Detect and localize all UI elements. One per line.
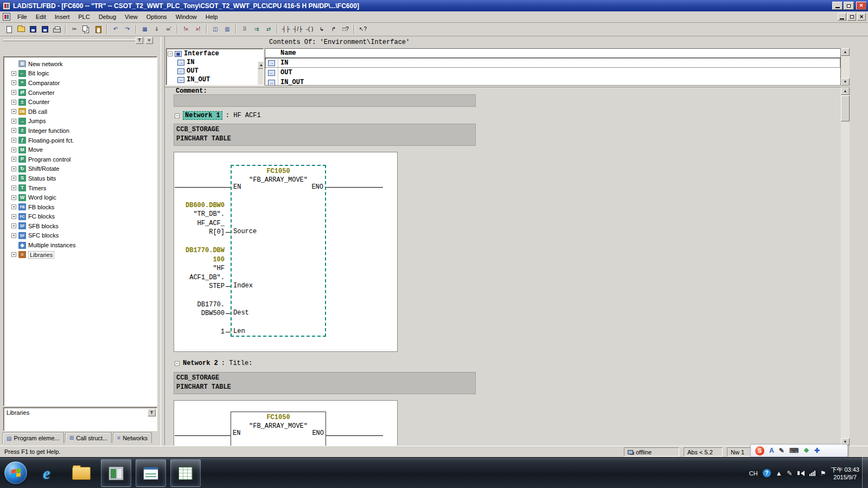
- contact-no-button[interactable]: ┤├: [280, 24, 292, 35]
- expand-icon[interactable]: +: [11, 252, 16, 257]
- contents-row-out[interactable]: ←OUT: [265, 68, 840, 78]
- contents-row-in-out[interactable]: ↔IN_OUT: [265, 78, 840, 86]
- menu-item-help[interactable]: Help: [201, 12, 222, 22]
- palette-item-shift-rotate[interactable]: +↻Shift/Rotate: [6, 164, 157, 174]
- rung2-canvas[interactable]: FC1050 "FB_ARRAY_MOVE" EN ENO: [174, 400, 398, 446]
- address-grid-button[interactable]: ⠿: [239, 24, 251, 35]
- palette-item-libraries[interactable]: +≡Libraries: [6, 250, 157, 260]
- interface-child-in[interactable]: →IN: [168, 58, 262, 67]
- tab-call-struct[interactable]: ⊞Call struct...: [65, 432, 112, 443]
- block-comment-box[interactable]: [174, 94, 476, 107]
- taskbar-table-window-button[interactable]: [170, 459, 201, 487]
- contents-scrollbar[interactable]: ▲ ▼: [841, 48, 850, 86]
- palette-item-word-logic[interactable]: +WWord logic: [6, 192, 157, 202]
- interface-child-out[interactable]: ←OUT: [168, 67, 262, 75]
- undo-button[interactable]: ↶: [110, 24, 122, 35]
- handwriting-icon[interactable]: ✎: [779, 447, 784, 454]
- collapse-network1-icon[interactable]: [175, 113, 180, 118]
- palette-item-multiple-instances[interactable]: ◆Multiple instances: [6, 240, 157, 250]
- network-branch-button[interactable]: ⇄: [263, 24, 275, 35]
- contact-nc-button[interactable]: ┤/├: [292, 24, 304, 35]
- scroll-up-icon[interactable]: ▲: [841, 87, 850, 95]
- minimize-button[interactable]: [832, 2, 843, 10]
- expand-icon[interactable]: +: [11, 80, 16, 85]
- palette-item-bit-logic[interactable]: +⌐Bit logic: [6, 69, 157, 79]
- menu-item-insert[interactable]: Insert: [50, 12, 74, 22]
- expand-icon[interactable]: +: [11, 214, 16, 219]
- expand-icon[interactable]: +: [11, 185, 16, 190]
- taskbar-clock[interactable]: 下午 03:43 2015/9/7: [831, 466, 859, 481]
- interface-root-row[interactable]: ▣ Interface: [168, 49, 262, 58]
- palette-item-status-bits[interactable]: +SStatus bits: [6, 174, 157, 183]
- sogou-input-bar[interactable]: SA✎⌨❖✚: [750, 444, 848, 457]
- menu-item-options[interactable]: Options: [142, 12, 171, 22]
- network2-title[interactable]: Network 2: [183, 359, 218, 367]
- expand-icon[interactable]: +: [11, 109, 16, 114]
- menu-item-file[interactable]: File: [13, 12, 31, 22]
- sogou-logo-icon[interactable]: S: [755, 446, 764, 455]
- expand-icon[interactable]: +: [11, 128, 16, 133]
- expand-icon[interactable]: +: [11, 147, 16, 152]
- open-button[interactable]: [15, 24, 27, 35]
- scroll-up-icon[interactable]: ▲: [258, 61, 264, 69]
- name-column-header[interactable]: Name: [265, 49, 840, 58]
- expand-icon[interactable]: +: [11, 204, 16, 209]
- rung1-canvas[interactable]: FC1050 "FB_ARRAY_MOVE" EN ENO SourceDB60…: [174, 152, 398, 352]
- ime-help-icon[interactable]: ?: [763, 469, 771, 477]
- expand-icon[interactable]: +: [11, 166, 16, 171]
- input-mode-icon[interactable]: A: [769, 447, 774, 454]
- restore-button[interactable]: [844, 2, 854, 10]
- ime-pen-icon[interactable]: ✎: [787, 470, 793, 477]
- redo-button[interactable]: ↷: [122, 24, 133, 35]
- expand-icon[interactable]: +: [11, 90, 16, 95]
- menu-item-plc[interactable]: PLC: [74, 12, 94, 22]
- paste-button[interactable]: [92, 24, 104, 35]
- network2-comment-box[interactable]: CCB_STORAGE PINCHART TABLE: [174, 372, 476, 394]
- palette-item-floating-point-fct[interactable]: +ƒFloating-point fct.: [6, 136, 157, 145]
- monitor-button[interactable]: ∞′: [163, 24, 175, 35]
- vertical-splitter[interactable]: [161, 36, 165, 446]
- taskbar-simatic-manager-button[interactable]: [101, 459, 131, 487]
- save-as-button[interactable]: [27, 24, 39, 35]
- palette-item-integer-function[interactable]: +±Integer function: [6, 126, 157, 136]
- close-branch-button[interactable]: ↱: [328, 24, 340, 35]
- network1-comment-box[interactable]: CCB_STORAGE PINCHART TABLE: [174, 124, 476, 146]
- editor-scrollbar[interactable]: ▲ ▼: [841, 87, 850, 446]
- expand-icon[interactable]: +: [11, 119, 16, 124]
- palette-item-program-control[interactable]: +PProgram control: [6, 155, 157, 164]
- palette-item-counter[interactable]: +±Counter: [6, 97, 157, 107]
- mdi-minimize-button[interactable]: [838, 13, 846, 21]
- help-pointer-button[interactable]: ↖?: [357, 24, 369, 35]
- expand-icon[interactable]: +: [11, 100, 16, 105]
- menu-item-window[interactable]: Window: [171, 12, 201, 22]
- scroll-down-icon[interactable]: ▼: [841, 78, 850, 86]
- network-icon[interactable]: [809, 470, 815, 476]
- palette-item-sfc-blocks[interactable]: +SFSFC blocks: [6, 231, 157, 241]
- dock-close-button[interactable]: [145, 37, 153, 44]
- download-button[interactable]: ⇓: [151, 24, 163, 35]
- tab-program-eleme[interactable]: ▤Program eleme...: [2, 432, 64, 444]
- view-detail-button[interactable]: ▥: [221, 24, 233, 35]
- print-button[interactable]: [51, 24, 63, 35]
- taskbar-ie-button[interactable]: e: [31, 459, 62, 487]
- start-button[interactable]: [4, 461, 27, 484]
- fc1050-block[interactable]: FC1050 "FB_ARRAY_MOVE" EN ENO: [231, 412, 326, 446]
- program-elements-button[interactable]: ▦: [139, 24, 151, 35]
- palette-item-comparator[interactable]: +=Comparator: [6, 78, 157, 88]
- interface-tree-scrollbar[interactable]: ▲ ▼: [258, 61, 264, 85]
- mdi-close-button[interactable]: ✕: [857, 13, 866, 21]
- language-indicator[interactable]: CH: [749, 470, 758, 477]
- scrollbar-thumb[interactable]: [841, 95, 850, 121]
- palette-item-fb-blocks[interactable]: +FBFB blocks: [6, 202, 157, 212]
- taskbar-lad-editor-button[interactable]: [136, 459, 166, 487]
- copy-button[interactable]: [80, 24, 92, 35]
- volume-icon[interactable]: [797, 471, 805, 476]
- menu-item-edit[interactable]: Edit: [31, 12, 50, 22]
- menu-item-debug[interactable]: Debug: [94, 12, 120, 22]
- expand-icon[interactable]: +: [11, 233, 16, 238]
- action-center-icon[interactable]: ⚑: [820, 470, 826, 477]
- toolbox-icon[interactable]: ✚: [814, 447, 820, 454]
- dock-grip[interactable]: [3, 40, 138, 41]
- palette-item-converter[interactable]: +⇄Converter: [6, 88, 157, 98]
- next-error-button[interactable]: »!: [192, 24, 204, 35]
